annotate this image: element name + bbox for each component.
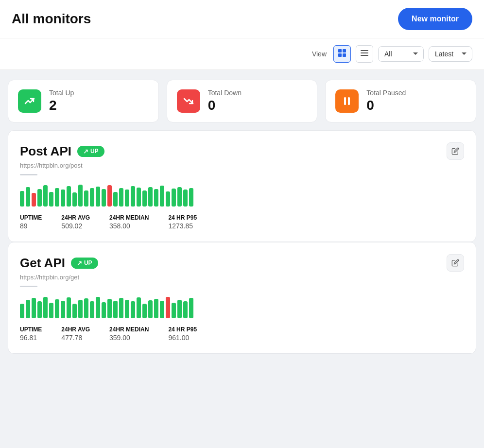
total-up-label: Total Up <box>49 89 74 97</box>
stat-item-label: 24Hr AVG <box>61 326 90 333</box>
monitor-url: https://httpbin.org/get <box>20 274 464 281</box>
svg-rect-5 <box>361 52 368 53</box>
bar-item <box>32 193 36 207</box>
header: All monitors New monitor <box>0 0 484 38</box>
stat-item-label: 24 Hr P95 <box>168 214 197 221</box>
list-icon <box>361 49 368 59</box>
bar-item <box>166 297 170 318</box>
edit-monitor-button[interactable] <box>447 142 464 160</box>
total-up-value: 2 <box>49 98 74 113</box>
bar-item <box>177 187 182 207</box>
bar-item <box>137 297 141 318</box>
bar-item <box>142 304 147 318</box>
total-down-icon <box>177 89 200 113</box>
stat-item-value: 359.00 <box>109 334 149 342</box>
edit-icon <box>451 259 459 267</box>
bar-item <box>32 298 36 318</box>
monitor-stats-row: UPTIME96.8124Hr AVG477.7824Hr MEDIAN359.… <box>20 326 464 342</box>
list-view-button[interactable] <box>356 45 373 63</box>
svg-rect-4 <box>361 50 368 51</box>
svg-rect-8 <box>348 97 350 105</box>
bar-item <box>119 188 123 207</box>
monitor-name: Get API <box>20 256 65 271</box>
grid-view-button[interactable] <box>333 45 351 63</box>
bar-item <box>119 298 123 318</box>
bar-item <box>55 299 59 318</box>
bar-item <box>78 185 83 207</box>
bar-item <box>160 301 164 318</box>
badge-arrow-icon: ↗ <box>77 259 82 267</box>
bar-item <box>131 186 135 207</box>
svg-rect-3 <box>343 53 346 57</box>
bar-item <box>172 303 176 318</box>
total-down-label: Total Down <box>208 89 242 97</box>
monitor-card-get-api: Get API↗ UPhttps://httpbin.org/getUPTIME… <box>8 242 476 354</box>
bar-item <box>148 300 153 318</box>
monitor-card-header: Get API↗ UP <box>20 254 464 272</box>
monitor-divider <box>20 174 37 175</box>
bar-item <box>49 303 53 318</box>
monitor-stats-row: UPTIME8924Hr AVG509.0224Hr MEDIAN358.002… <box>20 214 464 230</box>
edit-monitor-button[interactable] <box>447 254 464 272</box>
monitor-card-post-api: Post API↗ UPhttps://httpbin.org/postUPTI… <box>8 130 476 242</box>
svg-rect-2 <box>338 53 342 57</box>
bar-item <box>142 190 147 207</box>
sort-dropdown[interactable]: Latest Oldest A-Z <box>429 46 472 62</box>
stat-item-label: UPTIME <box>20 214 42 221</box>
stats-row: Total Up 2 Total Down 0 <box>8 80 476 122</box>
bar-item <box>61 301 65 318</box>
bar-item <box>67 297 71 318</box>
bar-item <box>84 190 88 207</box>
bar-item <box>43 185 48 207</box>
stat-item-label: 24Hr MEDIAN <box>109 326 149 333</box>
monitor-url: https://httpbin.org/post <box>20 162 464 169</box>
bar-item <box>49 192 53 207</box>
bar-item <box>61 190 65 207</box>
bar-item <box>172 189 176 207</box>
bar-item <box>90 301 94 318</box>
bar-item <box>189 298 193 318</box>
main-content: Total Up 2 Total Down 0 <box>0 70 484 363</box>
bar-chart <box>20 294 464 318</box>
toolbar: View All Up Down Paused Latest Oldest A- <box>0 38 484 70</box>
bar-item <box>125 300 129 318</box>
bar-item <box>183 190 188 207</box>
stat-item-value: 89 <box>20 222 42 230</box>
bar-item <box>37 301 42 318</box>
monitor-card-header: Post API↗ UP <box>20 142 464 160</box>
stat-item-value: 358.00 <box>109 222 149 230</box>
stat-item-label: 24 Hr P95 <box>168 326 197 333</box>
new-monitor-button[interactable]: New monitor <box>398 8 472 30</box>
svg-rect-6 <box>361 55 368 56</box>
bar-item <box>183 301 188 318</box>
bar-item <box>20 304 24 318</box>
bar-chart <box>20 182 464 207</box>
bar-item <box>26 187 30 207</box>
stat-item-value: 961.00 <box>168 334 197 342</box>
status-badge: ↗ UP <box>71 258 98 269</box>
filter-dropdown[interactable]: All Up Down Paused <box>378 46 424 62</box>
stat-item-value: 1273.85 <box>168 222 197 230</box>
monitor-stat-item-0: UPTIME96.81 <box>20 326 42 342</box>
bar-item <box>90 188 94 207</box>
bar-item <box>154 299 158 318</box>
total-paused-value: 0 <box>366 98 406 113</box>
bar-item <box>55 188 59 207</box>
bar-item <box>37 189 42 207</box>
badge-label: UP <box>90 148 99 155</box>
page-title: All monitors <box>12 11 91 27</box>
stat-item-value: 509.02 <box>61 222 90 230</box>
bar-item <box>113 301 118 318</box>
view-label: View <box>312 50 327 58</box>
monitor-stat-item-1: 24Hr AVG477.78 <box>61 326 90 342</box>
stat-item-label: UPTIME <box>20 326 42 333</box>
monitor-divider <box>20 286 37 287</box>
stat-card-total-up: Total Up 2 <box>8 80 159 122</box>
monitor-stat-item-3: 24 Hr P95961.00 <box>168 326 197 342</box>
monitor-stat-item-0: UPTIME89 <box>20 214 42 230</box>
total-down-value: 0 <box>208 98 242 113</box>
stat-card-total-paused: Total Paused 0 <box>325 80 476 122</box>
bar-item <box>72 304 77 318</box>
bar-item <box>148 187 153 207</box>
badge-arrow-icon: ↗ <box>83 148 88 155</box>
